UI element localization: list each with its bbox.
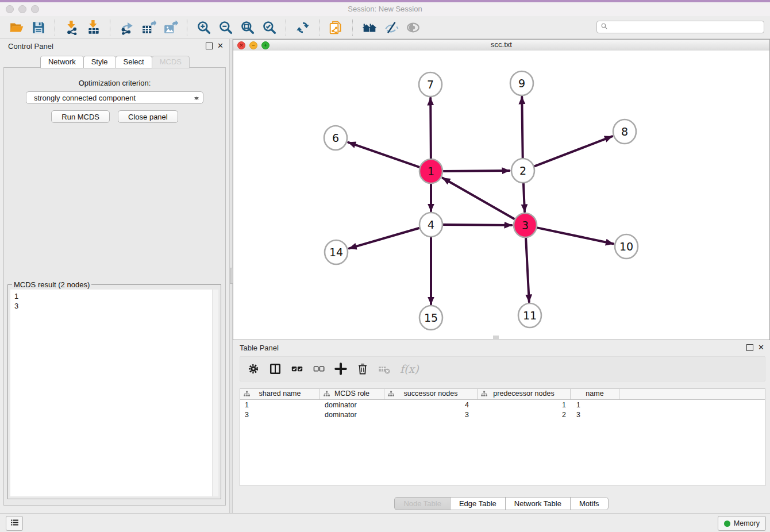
- graph-node-6[interactable]: 6: [324, 126, 347, 150]
- gear-button[interactable]: [247, 363, 260, 375]
- network-canvas[interactable]: 1234678910111415: [233, 51, 769, 340]
- zoom-in-button[interactable]: [193, 18, 215, 37]
- tab-network[interactable]: Network: [40, 56, 84, 68]
- svg-text:7: 7: [427, 78, 434, 91]
- export-image-button[interactable]: [160, 18, 182, 37]
- import-table-button[interactable]: [83, 18, 105, 37]
- add-column-button[interactable]: [334, 363, 347, 375]
- refresh-button[interactable]: [292, 18, 314, 37]
- table-row[interactable]: 3dominator323: [240, 410, 765, 419]
- graph-node-1[interactable]: 1: [419, 159, 442, 183]
- graph-node-15[interactable]: 15: [419, 306, 442, 330]
- graph-node-10[interactable]: 10: [615, 234, 638, 259]
- check-all-icon: [291, 363, 303, 375]
- graph-node-8[interactable]: 8: [613, 119, 636, 144]
- float-panel-icon[interactable]: [206, 43, 213, 49]
- close-panel-button[interactable]: Close panel: [118, 110, 178, 123]
- tab-motifs[interactable]: Motifs: [570, 497, 609, 510]
- zoom-selected-button[interactable]: [259, 18, 280, 37]
- network-zoom-button[interactable]: +: [261, 41, 270, 49]
- tab-mcds[interactable]: MCDS: [152, 56, 190, 68]
- tab-network-table[interactable]: Network Table: [505, 497, 571, 510]
- column-header-name[interactable]: name: [571, 389, 619, 399]
- table-float-icon[interactable]: [746, 344, 753, 351]
- control-panel: Control Panel ✕ NetworkStyleSelectMCDS O…: [0, 39, 229, 514]
- column-header-successor-nodes[interactable]: successor nodes: [384, 389, 478, 399]
- task-history-button[interactable]: [6, 516, 23, 531]
- export-table-icon: [141, 20, 156, 35]
- column-header-shared-name[interactable]: shared name: [240, 389, 320, 399]
- clone-network-button[interactable]: [325, 18, 347, 37]
- zoom-fit-button[interactable]: [237, 18, 259, 37]
- search-input[interactable]: [610, 21, 764, 33]
- graph-edge-1-6[interactable]: [348, 142, 419, 167]
- maximize-window-button[interactable]: [31, 5, 39, 13]
- table-body: 1dominator4113dominator323: [240, 400, 765, 419]
- graph-node-4[interactable]: 4: [419, 213, 442, 237]
- minimize-window-button[interactable]: [18, 5, 26, 13]
- table-close-icon[interactable]: ✕: [758, 344, 764, 351]
- graph-edge-2-9[interactable]: [522, 97, 522, 159]
- open-folder-button[interactable]: [6, 18, 28, 37]
- column-header-MCDS-role[interactable]: MCDS role: [320, 389, 384, 399]
- search-icon: [600, 22, 608, 30]
- zoom-selected-icon: [262, 20, 277, 35]
- delete-button[interactable]: [356, 363, 369, 375]
- close-panel-icon[interactable]: ✕: [217, 43, 224, 49]
- check-all-button[interactable]: [291, 363, 303, 375]
- import-network-button[interactable]: [61, 18, 83, 37]
- export-table-button[interactable]: [138, 18, 160, 37]
- export-network-button[interactable]: [116, 18, 138, 37]
- network-close-button[interactable]: ✕: [237, 41, 245, 49]
- tab-select[interactable]: Select: [116, 56, 152, 68]
- column-header-predecessor-nodes[interactable]: predecessor nodes: [478, 389, 571, 399]
- graph-node-2[interactable]: 2: [511, 159, 534, 183]
- table-header-row: shared nameMCDS rolesuccessor nodesprede…: [240, 389, 765, 400]
- columns-button[interactable]: [269, 363, 282, 375]
- save-button[interactable]: [28, 18, 49, 37]
- hide-panels-button[interactable]: [380, 18, 402, 37]
- graph-edge-2-8[interactable]: [534, 136, 612, 166]
- tab-edge-table[interactable]: Edge Table: [450, 497, 506, 510]
- status-bar: Memory: [0, 513, 770, 532]
- svg-text:4: 4: [428, 218, 434, 231]
- graph-edge-4-3[interactable]: [444, 225, 512, 225]
- home-button[interactable]: [359, 18, 380, 37]
- tab-node-table[interactable]: Node Table: [394, 497, 451, 510]
- canvas-scrollbar-thumb[interactable]: [493, 336, 499, 339]
- graph-edge-2-3[interactable]: [523, 183, 525, 212]
- show-panels-button: [402, 18, 424, 37]
- main-toolbar: [0, 16, 770, 39]
- network-minimize-button[interactable]: −: [249, 41, 257, 49]
- list-icon: [10, 518, 20, 530]
- graph-node-3[interactable]: 3: [514, 213, 537, 237]
- close-window-button[interactable]: [6, 5, 14, 13]
- memory-button[interactable]: Memory: [718, 516, 766, 531]
- cell-successor-nodes: 3: [384, 411, 478, 419]
- uncheck-all-button[interactable]: [313, 363, 325, 375]
- graph-edge-3-11[interactable]: [526, 238, 529, 302]
- svg-text:14: 14: [329, 246, 343, 259]
- control-panel-tabs: NetworkStyleSelectMCDS: [0, 56, 229, 68]
- zoom-out-button[interactable]: [215, 18, 237, 37]
- graph-node-14[interactable]: 14: [325, 240, 348, 264]
- network-window-titlebar[interactable]: ✕ − + scc.txt: [233, 40, 769, 51]
- result-scrollbar[interactable]: [212, 290, 218, 496]
- graph-node-9[interactable]: 9: [510, 71, 533, 95]
- criterion-select[interactable]: strongly connected component: [26, 91, 203, 104]
- zoom-out-icon: [218, 20, 233, 35]
- graph-edge-4-14[interactable]: [349, 228, 419, 248]
- run-mcds-button[interactable]: Run MCDS: [51, 110, 110, 123]
- graph-edge-1-2[interactable]: [444, 171, 510, 171]
- toolbar-separator: [110, 20, 111, 36]
- table-row[interactable]: 1dominator411: [240, 400, 765, 410]
- graph-edge-3-1[interactable]: [442, 178, 514, 219]
- graph-node-7[interactable]: 7: [419, 72, 442, 97]
- cell-predecessor-nodes: 2: [478, 411, 571, 419]
- graph-edge-1-7[interactable]: [430, 98, 431, 159]
- graph-edge-3-10[interactable]: [537, 228, 613, 244]
- graph-node-11[interactable]: 11: [518, 303, 541, 327]
- network-title: scc.txt: [233, 40, 769, 50]
- tab-style[interactable]: Style: [83, 56, 116, 68]
- refresh-icon: [295, 20, 310, 35]
